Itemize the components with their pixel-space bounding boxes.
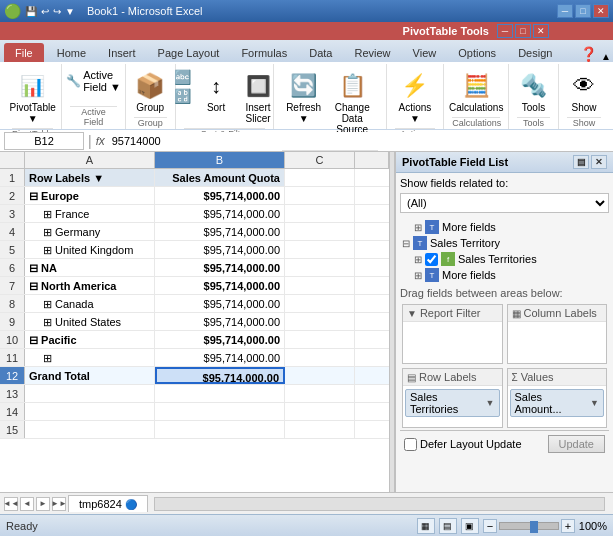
cell-b10[interactable]: $95,714,000.00 — [155, 331, 285, 348]
calculations-btn[interactable]: 🧮 Calculations — [445, 68, 507, 115]
show-fields-dropdown[interactable]: (All) — [400, 193, 609, 213]
sheet-nav-last[interactable]: ►► — [52, 497, 66, 511]
pt-minimize[interactable]: ─ — [497, 24, 513, 38]
cell-a4[interactable]: ⊞ Germany — [25, 223, 155, 240]
ribbon-help[interactable]: ❓ — [580, 46, 597, 62]
cell-b11[interactable]: $95,714,000.00 — [155, 349, 285, 366]
pivottable-btn[interactable]: 📊 PivotTable▼ — [6, 68, 60, 126]
tree-item-sales-territories[interactable]: ⊞ f Sales Territories — [400, 251, 609, 267]
cell-b4[interactable]: $95,714,000.00 — [155, 223, 285, 240]
cell-a5[interactable]: ⊞ United Kingdom — [25, 241, 155, 258]
ribbon-minimize[interactable]: ▲ — [601, 51, 611, 62]
horizontal-scrollbar[interactable] — [154, 497, 605, 511]
cell-a11[interactable]: ⊞ — [25, 349, 155, 366]
sort-btn[interactable]: ↕ Sort — [196, 68, 236, 115]
quick-undo[interactable]: ↩ — [41, 6, 49, 17]
cell-a1[interactable]: Row Labels ▼ — [25, 169, 155, 186]
col-header-c[interactable]: C — [285, 152, 355, 168]
tab-design[interactable]: Design — [507, 43, 563, 62]
tab-options[interactable]: Options — [447, 43, 507, 62]
zoom-thumb[interactable] — [530, 521, 538, 533]
cell-a9[interactable]: ⊞ United States — [25, 313, 155, 330]
restore-btn[interactable]: □ — [575, 4, 591, 18]
tree-item-more1[interactable]: ⊞ T More fields — [400, 219, 609, 235]
cell-b8[interactable]: $95,714,000.00 — [155, 295, 285, 312]
defer-checkbox[interactable] — [404, 438, 417, 451]
tab-view[interactable]: View — [402, 43, 448, 62]
pt-restore[interactable]: □ — [515, 24, 531, 38]
col-header-a[interactable]: A — [25, 152, 155, 168]
tab-formulas[interactable]: Formulas — [230, 43, 298, 62]
cell-a3[interactable]: ⊞ France — [25, 205, 155, 222]
sort-az-btn[interactable]: 🔤 — [171, 68, 194, 86]
pivottable-icon: 📊 — [17, 70, 49, 102]
field-list-close-btn[interactable]: ✕ — [591, 155, 607, 169]
value-field-chip[interactable]: Sales Amount... ▼ — [510, 389, 605, 417]
row-num-12: 12 — [0, 367, 25, 384]
cell-b6[interactable]: $95,714,000.00 — [155, 259, 285, 276]
tab-file[interactable]: File — [4, 43, 44, 62]
formula-input[interactable] — [109, 132, 609, 150]
cell-c4 — [285, 223, 355, 240]
page-break-view-btn[interactable]: ▣ — [461, 518, 479, 534]
cell-b3[interactable]: $95,714,000.00 — [155, 205, 285, 222]
normal-view-btn[interactable]: ▦ — [417, 518, 435, 534]
show-btn[interactable]: 👁 Show — [564, 68, 604, 115]
name-box[interactable] — [4, 132, 84, 150]
sheet-tab-active[interactable]: tmp6824 🔵 — [68, 495, 148, 512]
row-field-dropdown[interactable]: ▼ — [486, 398, 495, 408]
pivot-area-columns[interactable]: ▦ Column Labels — [507, 304, 608, 364]
value-field-dropdown[interactable]: ▼ — [590, 398, 599, 408]
pivot-area-values[interactable]: Σ Values Sales Amount... ▼ — [507, 368, 608, 428]
tab-data[interactable]: Data — [298, 43, 343, 62]
tools-btn[interactable]: 🔩 Tools — [514, 68, 554, 115]
cell-b7[interactable]: $95,714,000.00 — [155, 277, 285, 294]
sheet-nav-next[interactable]: ► — [36, 497, 50, 511]
sheet-nav-prev[interactable]: ◄ — [20, 497, 34, 511]
tab-home[interactable]: Home — [46, 43, 97, 62]
pivot-area-rows[interactable]: ▤ Row Labels Sales Territories ▼ — [402, 368, 503, 428]
active-field-btn[interactable]: 🔧 ActiveField ▼ — [63, 68, 124, 94]
minimize-btn[interactable]: ─ — [557, 4, 573, 18]
close-btn[interactable]: ✕ — [593, 4, 609, 18]
tree-item-sales-territory[interactable]: ⊟ T Sales Territory — [400, 235, 609, 251]
defer-checkbox-label[interactable]: Defer Layout Update — [404, 438, 522, 451]
sheet-nav-first[interactable]: ◄◄ — [4, 497, 18, 511]
field-checkbox-territories[interactable] — [425, 253, 438, 266]
cell-a2[interactable]: ⊟ Europe — [25, 187, 155, 204]
col-header-b[interactable]: B — [155, 152, 285, 168]
zoom-slider[interactable] — [499, 522, 559, 530]
zoom-out-btn[interactable]: − — [483, 519, 497, 533]
tree-item-more2[interactable]: ⊞ T More fields — [400, 267, 609, 283]
cell-b2[interactable]: $95,714,000.00 — [155, 187, 285, 204]
quick-save[interactable]: 💾 — [25, 6, 37, 17]
tab-review[interactable]: Review — [343, 43, 401, 62]
quick-more[interactable]: ▼ — [65, 6, 75, 17]
cell-b5[interactable]: $95,714,000.00 — [155, 241, 285, 258]
page-layout-view-btn[interactable]: ▤ — [439, 518, 457, 534]
tab-insert[interactable]: Insert — [97, 43, 147, 62]
cell-b1[interactable]: Sales Amount Quota — [155, 169, 285, 186]
actions-btn[interactable]: ⚡ Actions ▼ — [395, 68, 436, 126]
cell-a8[interactable]: ⊞ Canada — [25, 295, 155, 312]
quick-redo[interactable]: ↪ — [53, 6, 61, 17]
cell-a6[interactable]: ⊟ NA — [25, 259, 155, 276]
zoom-control: − + 100% — [483, 519, 607, 533]
pivot-area-filter[interactable]: ▼ Report Filter — [402, 304, 503, 364]
zoom-in-btn[interactable]: + — [561, 519, 575, 533]
tab-pagelayout[interactable]: Page Layout — [147, 43, 231, 62]
cell-b9[interactable]: $95,714,000.00 — [155, 313, 285, 330]
field-list-layout-btn[interactable]: ▤ — [573, 155, 589, 169]
cell-a12[interactable]: Grand Total — [25, 367, 155, 384]
sort-za-btn[interactable]: 🔡 — [171, 87, 194, 105]
refresh-btn[interactable]: 🔄 Refresh ▼ — [282, 68, 325, 126]
pt-close[interactable]: ✕ — [533, 24, 549, 38]
cell-a10[interactable]: ⊟ Pacific — [25, 331, 155, 348]
group-buttons: 📦 Group — [130, 64, 170, 115]
group-btn[interactable]: 📦 Group — [130, 68, 170, 115]
cell-b12[interactable]: $95,714,000.00 — [155, 367, 285, 384]
cell-a7[interactable]: ⊟ North America — [25, 277, 155, 294]
update-btn[interactable]: Update — [548, 435, 605, 453]
insert-slicer-btn[interactable]: 🔲 InsertSlicer — [238, 68, 278, 126]
row-field-chip[interactable]: Sales Territories ▼ — [405, 389, 500, 417]
